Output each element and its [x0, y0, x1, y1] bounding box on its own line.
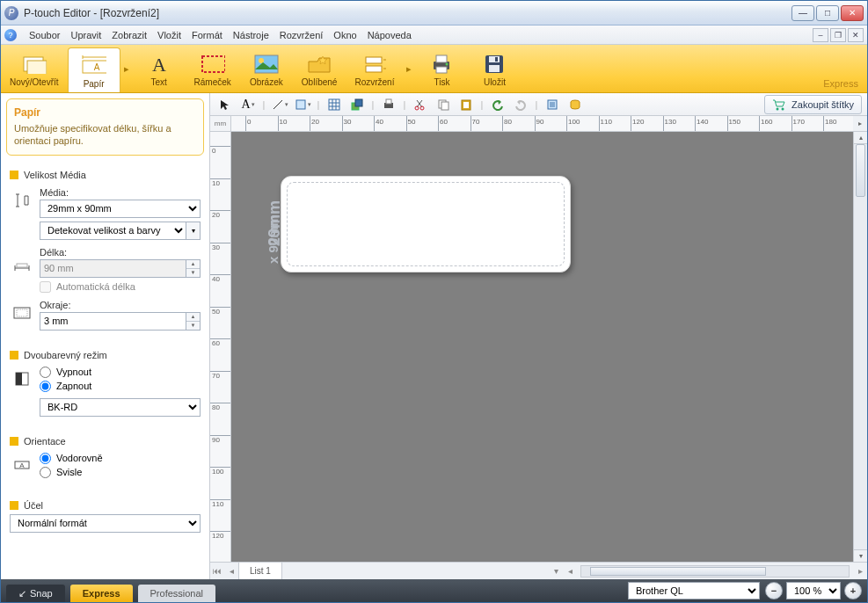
- zoom-out-button[interactable]: −: [765, 582, 783, 599]
- buy-labels-button[interactable]: Zakoupit štítky: [764, 95, 862, 114]
- titlebar: P P-touch Editor - [Rozvržení2] — □ ✕: [1, 1, 867, 25]
- vscroll-thumb[interactable]: [856, 144, 865, 197]
- menu-help[interactable]: Nápoveda: [368, 30, 412, 40]
- window-close-button[interactable]: ✕: [841, 5, 864, 21]
- twocolor-off-radio[interactable]: [40, 367, 51, 378]
- undo-tool[interactable]: [488, 96, 507, 113]
- length-icon: [13, 262, 31, 274]
- properties-tool[interactable]: [543, 96, 562, 113]
- hscroll-right[interactable]: ▸: [853, 566, 867, 576]
- ribbon-print[interactable]: Tisk: [415, 45, 468, 92]
- length-spin-down[interactable]: ▼: [186, 269, 200, 277]
- sheet-tab[interactable]: List 1: [238, 563, 282, 579]
- margins-spin-down[interactable]: ▼: [186, 322, 200, 330]
- help-icon[interactable]: ?: [4, 29, 17, 41]
- vscroll-down[interactable]: ▾: [854, 549, 867, 562]
- menu-format[interactable]: Formát: [192, 30, 222, 40]
- print-preview-tool[interactable]: [379, 96, 398, 113]
- menu-view[interactable]: Zobrazit: [112, 30, 147, 40]
- pointer-tool[interactable]: [215, 96, 235, 113]
- mode-express-tab[interactable]: Express: [70, 585, 133, 602]
- side-panel: Papír Umožňuje specifikovat délku, šířku…: [1, 93, 210, 579]
- purpose-select[interactable]: Normální formát: [10, 514, 201, 533]
- mdi-close-button[interactable]: ✕: [848, 28, 864, 42]
- database-tool[interactable]: [565, 96, 585, 113]
- menu-insert[interactable]: Vložit: [157, 30, 181, 40]
- window-maximize-button[interactable]: □: [816, 5, 839, 21]
- line-tool[interactable]: ▾: [270, 96, 289, 113]
- twocolor-icon: [15, 372, 29, 386]
- length-label: Délka:: [40, 247, 201, 258]
- ribbon-layout[interactable]: Rozvržení: [346, 45, 403, 92]
- orientation-h-radio[interactable]: [40, 453, 51, 464]
- ribbon-favorites[interactable]: Oblíbené: [293, 45, 346, 92]
- hscroll-thumb[interactable]: [590, 567, 766, 576]
- svg-text:A: A: [152, 54, 166, 75]
- text-tool[interactable]: A▾: [238, 96, 258, 113]
- menu-edit[interactable]: Upravit: [70, 30, 101, 40]
- svg-rect-31: [386, 99, 391, 104]
- orientation-icon: A: [14, 459, 30, 471]
- panel-description-box: Papír Umožňuje specifikovat délku, šířku…: [6, 98, 204, 156]
- app-icon: P: [4, 6, 18, 20]
- menu-layout[interactable]: Rozvržení: [280, 30, 324, 40]
- horizontal-scrollbar[interactable]: [580, 565, 850, 578]
- vertical-ruler[interactable]: 0102030405060708090100110120: [210, 132, 231, 562]
- canvas[interactable]: 29mm x 90mm: [231, 132, 853, 562]
- redo-tool[interactable]: [511, 96, 530, 113]
- ribbon-save[interactable]: Uložit: [468, 45, 521, 92]
- menubar: ? Soubor Upravit Zobrazit Vložit Formát …: [1, 25, 867, 45]
- twocolor-on-radio[interactable]: [40, 381, 51, 392]
- svg-rect-26: [296, 100, 305, 109]
- margins-input[interactable]: [40, 312, 186, 331]
- mode-snap-tab[interactable]: ↙Snap: [6, 585, 65, 602]
- svg-rect-6: [255, 55, 278, 73]
- cut-tool[interactable]: [411, 96, 430, 113]
- tab-nav-first[interactable]: ⏮: [210, 566, 224, 576]
- svg-rect-12: [436, 67, 447, 73]
- arrange-tool[interactable]: [347, 96, 367, 113]
- length-spin-up[interactable]: ▲: [186, 260, 200, 269]
- media-size-header: Velikost Média: [24, 170, 86, 180]
- ribbon-frame[interactable]: Rámeček: [186, 45, 240, 92]
- svg-rect-35: [441, 102, 449, 110]
- orientation-v-radio[interactable]: [40, 467, 51, 478]
- margins-icon: [13, 307, 31, 319]
- printer-select[interactable]: Brother QL: [628, 582, 760, 599]
- hruler-scroll-arrow[interactable]: ▸: [853, 116, 867, 132]
- svg-rect-5: [202, 56, 225, 72]
- menu-file[interactable]: Soubor: [29, 30, 60, 40]
- copy-tool[interactable]: [434, 96, 453, 113]
- tab-nav-menu[interactable]: ▾: [549, 566, 563, 576]
- hscroll-left[interactable]: ◂: [563, 566, 577, 576]
- ribbon-text[interactable]: A Text: [133, 45, 186, 92]
- zoom-in-button[interactable]: +: [844, 582, 862, 599]
- ribbon-image[interactable]: Obrázek: [240, 45, 293, 92]
- label-shape[interactable]: [281, 176, 571, 272]
- margins-spin-up[interactable]: ▲: [186, 313, 200, 322]
- ribbon-new-open[interactable]: Nový/Otevřít: [1, 45, 68, 92]
- mode-pro-tab[interactable]: Professional: [138, 585, 216, 602]
- twocolor-header: Dvoubarevný režim: [24, 350, 107, 360]
- svg-rect-18: [17, 264, 27, 267]
- menu-window[interactable]: Okno: [333, 30, 356, 40]
- paste-tool[interactable]: [456, 96, 476, 113]
- vertical-scrollbar[interactable]: ▴ ▾: [853, 132, 867, 562]
- vscroll-up[interactable]: ▴: [854, 132, 867, 144]
- ribbon-paper[interactable]: A Papír: [68, 47, 120, 92]
- svg-rect-11: [436, 55, 447, 62]
- color-select[interactable]: BK-RD: [40, 398, 201, 417]
- menu-tools[interactable]: Nástroje: [233, 30, 269, 40]
- svg-line-25: [274, 100, 282, 109]
- shape-tool[interactable]: ▾: [293, 96, 312, 113]
- table-tool[interactable]: [325, 96, 344, 113]
- horizontal-ruler[interactable]: 0102030405060708090100110120130140150160…: [231, 116, 853, 132]
- window-minimize-button[interactable]: —: [791, 5, 814, 21]
- detect-select[interactable]: Detekovat velikost a barvy: [40, 222, 186, 240]
- mdi-restore-button[interactable]: ❐: [830, 28, 846, 42]
- tab-nav-prev[interactable]: ◂: [224, 566, 238, 576]
- zoom-select[interactable]: 100 %: [786, 582, 841, 599]
- detect-dropdown-button[interactable]: ▾: [186, 222, 201, 240]
- media-select[interactable]: 29mm x 90mm: [40, 200, 201, 218]
- mdi-minimize-button[interactable]: –: [813, 28, 828, 42]
